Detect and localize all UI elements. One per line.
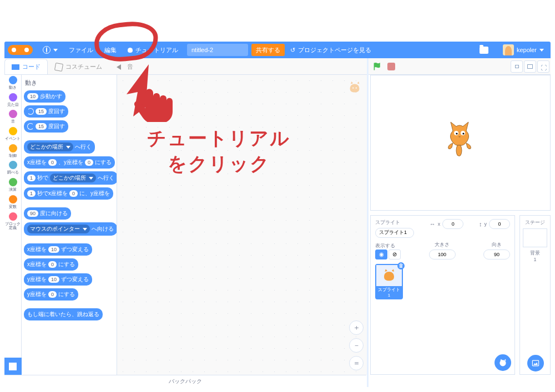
menu-edit[interactable]: 編集: [99, 42, 122, 58]
category-dot-icon: [9, 178, 17, 186]
block-move-steps[interactable]: 10 歩動かす: [24, 90, 65, 103]
sprite-y-input[interactable]: [489, 219, 510, 229]
block-bounce-edge[interactable]: もし端に着いたら、跳ね返る: [24, 308, 103, 320]
block-turn-ccw[interactable]: 15 度回す: [24, 120, 68, 133]
block-change-y[interactable]: y座標を10ずつ変える: [24, 273, 92, 286]
scratch-cat-sprite[interactable]: [443, 119, 476, 157]
category-dot-icon: [9, 212, 17, 221]
chevron-down-icon: [539, 49, 544, 52]
stage[interactable]: [370, 75, 551, 211]
sprite-tile[interactable]: 🗑 スプライト1: [375, 264, 403, 299]
sprite-label: スプライト: [375, 219, 414, 226]
category-イベント[interactable]: イベント: [5, 127, 21, 141]
sprite-info-panel: スプライト ↔x ↕y 表示する ◉ ⊘: [370, 215, 515, 375]
backdrops-label: 背景: [522, 250, 548, 257]
category-演算[interactable]: 演算: [9, 178, 17, 192]
delete-sprite-icon[interactable]: 🗑: [397, 262, 405, 269]
zoom-in[interactable]: ＋: [349, 320, 364, 335]
costume-icon: [55, 63, 63, 71]
username: kepoler: [517, 47, 537, 53]
zoom-out[interactable]: －: [349, 338, 364, 353]
menu-tutorials[interactable]: チュートリアル: [122, 42, 184, 58]
category-dot-icon: [9, 93, 17, 101]
scratch-logo[interactable]: [8, 45, 33, 55]
block-set-x[interactable]: x座標を0にする: [24, 258, 78, 271]
palette-category-title: 動き: [25, 79, 114, 87]
block-glide-xy[interactable]: 1秒でx座標を 0に、y座標を: [24, 187, 113, 200]
tab-code[interactable]: コード: [4, 59, 48, 74]
category-見た目[interactable]: 見た目: [7, 93, 19, 107]
category-音[interactable]: 音: [9, 110, 17, 124]
category-ブロック定義[interactable]: ブロック定義: [4, 212, 21, 230]
sprite-hide-button[interactable]: ⊘: [389, 250, 401, 259]
svg-point-4: [456, 133, 457, 134]
backdrops-count: 1: [522, 257, 548, 262]
stage-size-small[interactable]: [511, 60, 523, 73]
show-label: 表示する: [375, 242, 401, 250]
share-button[interactable]: 共有する: [251, 44, 285, 56]
direction-label: 向き: [483, 241, 510, 248]
category-dot-icon: [9, 76, 17, 84]
stage-title: ステージ: [522, 219, 548, 226]
category-dot-icon: [9, 144, 17, 152]
green-flag[interactable]: [373, 62, 382, 71]
menu-tutorials-label: チュートリアル: [135, 46, 178, 54]
add-backdrop-button[interactable]: [527, 355, 544, 371]
project-title-input[interactable]: ntitled-2: [187, 44, 248, 56]
rotate-ccw-icon: [27, 123, 34, 130]
tab-sounds[interactable]: 音: [109, 59, 140, 74]
my-stuff[interactable]: [474, 42, 494, 58]
tab-code-label: コード: [22, 63, 41, 71]
svg-point-5: [462, 133, 464, 134]
category-動き[interactable]: 動き: [9, 76, 17, 90]
folder-icon: [480, 47, 488, 54]
picture-icon: [531, 359, 540, 368]
see-project-page[interactable]: ↺ プロジェクトページを見る: [285, 42, 377, 58]
sprite-list: 🗑 スプライト1: [375, 264, 510, 299]
backpack[interactable]: バックパック: [4, 375, 366, 387]
account-menu[interactable]: kepoler: [494, 42, 551, 58]
tab-costumes[interactable]: コスチューム: [48, 59, 109, 74]
cat-face-icon: [498, 358, 507, 367]
sprite-size-input[interactable]: [429, 250, 456, 259]
extension-icon: [9, 363, 17, 370]
zoom-reset[interactable]: ＝: [349, 356, 364, 370]
block-goto-xy[interactable]: x座標を0 、y座標を0 にする: [24, 156, 115, 169]
script-area[interactable]: ＋ － ＝: [117, 75, 368, 375]
block-point-direction[interactable]: 90 度に向ける: [24, 207, 71, 220]
size-label: 大きさ: [429, 241, 456, 248]
sprite-name-input[interactable]: [375, 228, 414, 238]
menu-file[interactable]: ファイル: [63, 42, 99, 58]
block-goto-menu[interactable]: どこかの場所 へ行く: [24, 140, 95, 154]
stage-controls: ⛶: [372, 59, 551, 74]
stage-info-panel: ステージ 背景 1: [519, 215, 551, 375]
tab-sounds-label: 音: [127, 63, 133, 71]
stop-button[interactable]: [387, 63, 395, 70]
panel-separator[interactable]: [367, 58, 369, 387]
block-point-towards[interactable]: マウスのポインター へ向ける: [24, 222, 117, 236]
backdrop-thumb[interactable]: [523, 228, 547, 247]
sprite-x-input[interactable]: [442, 219, 463, 229]
category-dot-icon: [9, 195, 17, 203]
stage-fullscreen[interactable]: ⛶: [537, 60, 549, 73]
block-set-y[interactable]: y座標を0にする: [24, 288, 78, 301]
menubar: ファイル 編集 チュートリアル ntitled-2 共有する ↺ プロジェクトペ…: [4, 42, 551, 58]
add-extension-button[interactable]: [4, 358, 22, 375]
block-glide-to[interactable]: 1秒で どこかの場所 へ行く: [24, 171, 117, 185]
category-制御[interactable]: 制御: [9, 144, 17, 158]
stage-size-large[interactable]: [524, 60, 536, 73]
sprite-show-button[interactable]: ◉: [375, 250, 387, 259]
add-sprite-button[interactable]: [495, 354, 511, 371]
category-dot-icon: [9, 161, 17, 169]
block-turn-cw[interactable]: 15 度回す: [24, 105, 68, 118]
block-palette: 動き 10 歩動かす 15 度回す 15 度回す どこかの場所 へ行く x座標を…: [22, 75, 117, 375]
svg-point-1: [356, 88, 357, 89]
sprite-direction-input[interactable]: [483, 250, 510, 259]
project-title-text: ntitled-2: [191, 47, 213, 53]
language-menu[interactable]: [37, 42, 63, 58]
block-change-x[interactable]: x座標を10ずつ変える: [24, 243, 92, 256]
category-調べる[interactable]: 調べる: [7, 161, 19, 175]
category-変数[interactable]: 変数: [9, 195, 17, 209]
category-dot-icon: [9, 127, 17, 135]
see-project-page-label: プロジェクトページを見る: [298, 46, 371, 54]
